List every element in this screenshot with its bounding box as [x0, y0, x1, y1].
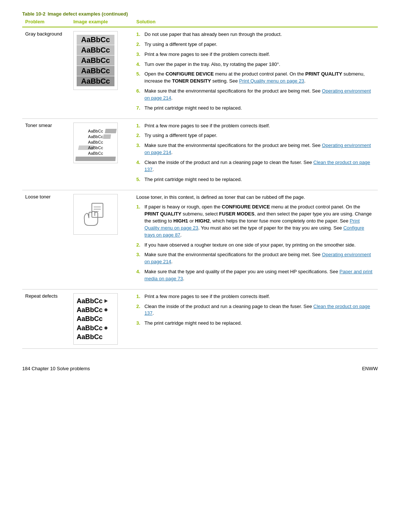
- solution-item: 4. Turn over the paper in the tray. Also…: [136, 61, 375, 68]
- col-header-problem: Problem: [22, 17, 70, 27]
- solution-item: 2. Try using a different type of paper.: [136, 132, 375, 139]
- solution-item: 6. Make sure that the environmental spec…: [136, 88, 375, 102]
- table-title-text: Image defect examples (continued): [48, 11, 128, 17]
- problem-label: Gray background: [22, 27, 70, 118]
- hand-paper-icon: [81, 200, 110, 229]
- solution-item: 3. The print cartridge might need to be …: [136, 320, 375, 327]
- problem-label: Repeat defects: [22, 289, 70, 348]
- solution-item: 5. Open the CONFIGURE DEVICE menu at the…: [136, 71, 375, 85]
- table-title-line: Table 10-2 Image defect examples (contin…: [22, 11, 378, 17]
- solution-item: 2. Clean the inside of the product and r…: [136, 303, 375, 317]
- link-clean-product-2[interactable]: Clean the product on page 137: [144, 304, 370, 316]
- table-number: Table 10-2: [22, 11, 46, 17]
- col-header-image: Image example: [70, 17, 133, 27]
- col-header-solution: Solution: [133, 17, 378, 27]
- solution-item: 4. Clean the inside of the product and r…: [136, 159, 375, 173]
- solution-item: 2. Try using a different type of paper.: [136, 41, 375, 48]
- solutions-gray: 1. Do not use paper that has already bee…: [133, 27, 378, 118]
- image-example-repeat-defects: AaBbCc AaBbCc AaBbCc AaBbCc: [70, 289, 133, 348]
- link-print-quality[interactable]: Print Quality menu on page 23: [239, 78, 304, 84]
- table-row: Loose toner Loose toner, in t: [22, 190, 378, 289]
- defect-table: Problem Image example Solution Gray back…: [22, 17, 378, 349]
- solution-item: 2. If you have observed a rougher textur…: [136, 242, 375, 249]
- solution-item: 1. Print a few more pages to see if the …: [136, 123, 375, 130]
- link-operating-env-3[interactable]: Operating environment on page 214: [144, 252, 371, 264]
- footer-right: ENWW: [362, 366, 378, 371]
- solutions-loose-toner: Loose toner, in this context, is defined…: [133, 190, 378, 289]
- solution-item: 3. Print a few more pages to see if the …: [136, 51, 375, 58]
- image-example-loose-toner: [70, 190, 133, 289]
- problem-label: Toner smear: [22, 118, 70, 190]
- solution-item: 1. Print a few more pages to see if the …: [136, 293, 375, 300]
- problem-label: Loose toner: [22, 190, 70, 289]
- solution-intro: Loose toner, in this context, is defined…: [136, 194, 375, 201]
- page-footer: 184 Chapter 10 Solve problems ENWW: [22, 364, 378, 371]
- solution-item: 5. The print cartridge might need to be …: [136, 176, 375, 183]
- link-operating-env-1[interactable]: Operating environment on page 214: [144, 88, 371, 101]
- link-clean-product-1[interactable]: Clean the product on page 137: [144, 160, 370, 172]
- link-operating-env-2[interactable]: Operating environment on page 214: [144, 143, 371, 155]
- solution-item: 7. The print cartridge might need to be …: [136, 105, 375, 112]
- footer-left: 184 Chapter 10 Solve problems: [22, 366, 90, 371]
- solution-item: 3. Make sure that the environmental spec…: [136, 142, 375, 156]
- solution-item: 1. If paper is heavy or rough, open the …: [136, 204, 375, 238]
- solutions-repeat-defects: 1. Print a few more pages to see if the …: [133, 289, 378, 348]
- table-row: Toner smear AaBbCc AaBbCc: [22, 118, 378, 190]
- table-row: Gray background AaBbCc AaBbCc AaBbCc AaB…: [22, 27, 378, 118]
- image-example-toner-smear: AaBbCc AaBbCc AaBbCc AaBbCc: [70, 118, 133, 190]
- table-row: Repeat defects AaBbCc AaBbCc AaBbCc: [22, 289, 378, 348]
- solution-item: 4. Make sure that the type and quality o…: [136, 268, 375, 282]
- solution-item: 3. Make sure that the environmental spec…: [136, 251, 375, 265]
- link-paper-media[interactable]: Paper and print media on page 73: [144, 269, 372, 281]
- solution-item: 1. Do not use paper that has already bee…: [136, 31, 375, 38]
- image-example-gray: AaBbCc AaBbCc AaBbCc AaBbCc AaBbCc: [70, 27, 133, 118]
- solutions-toner-smear: 1. Print a few more pages to see if the …: [133, 118, 378, 190]
